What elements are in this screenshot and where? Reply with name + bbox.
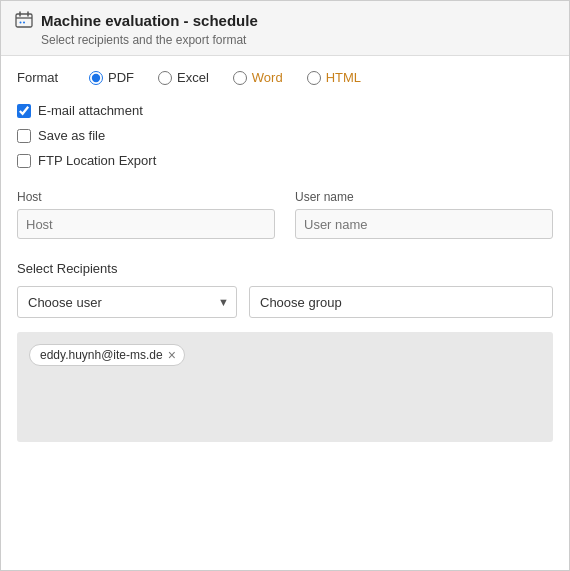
svg-point-4 bbox=[20, 22, 22, 24]
svg-point-5 bbox=[23, 22, 25, 24]
window-subtitle: Select recipients and the export format bbox=[15, 33, 555, 47]
choose-user-wrapper: Choose user ▼ bbox=[17, 286, 237, 318]
recipients-section-label: Select Recipients bbox=[17, 261, 553, 276]
email-tag-address: eddy.huynh@ite-ms.de bbox=[40, 348, 163, 362]
checkbox-ftp-input[interactable] bbox=[17, 154, 31, 168]
radio-pdf-input[interactable] bbox=[89, 71, 103, 85]
radio-pdf[interactable]: PDF bbox=[89, 70, 134, 85]
recipients-row: Choose user ▼ Choose group bbox=[17, 286, 553, 318]
choose-group-label: Choose group bbox=[260, 295, 342, 310]
title-bar: Machine evaluation - schedule Select rec… bbox=[1, 1, 569, 56]
host-label: Host bbox=[17, 190, 275, 204]
username-input[interactable] bbox=[295, 209, 553, 239]
host-input[interactable] bbox=[17, 209, 275, 239]
checkbox-email-label: E-mail attachment bbox=[38, 103, 143, 118]
content-area: Format PDF Excel Word HTML E-mai bbox=[1, 56, 569, 442]
radio-word[interactable]: Word bbox=[233, 70, 283, 85]
choose-user-select[interactable]: Choose user bbox=[17, 286, 237, 318]
window-title: Machine evaluation - schedule bbox=[41, 12, 258, 29]
radio-html[interactable]: HTML bbox=[307, 70, 361, 85]
checkbox-email[interactable]: E-mail attachment bbox=[17, 103, 553, 118]
radio-excel-input[interactable] bbox=[158, 71, 172, 85]
email-tags-area: eddy.huynh@ite-ms.de × bbox=[17, 332, 553, 442]
svg-rect-0 bbox=[16, 14, 32, 27]
radio-excel-label: Excel bbox=[177, 70, 209, 85]
host-user-row: Host User name bbox=[17, 190, 553, 239]
checkbox-savefile-input[interactable] bbox=[17, 129, 31, 143]
format-label: Format bbox=[17, 70, 65, 85]
main-window: Machine evaluation - schedule Select rec… bbox=[0, 0, 570, 571]
recipients-section: Select Recipients Choose user ▼ Choose g… bbox=[17, 261, 553, 318]
radio-html-label: HTML bbox=[326, 70, 361, 85]
radio-word-input[interactable] bbox=[233, 71, 247, 85]
username-field-group: User name bbox=[295, 190, 553, 239]
checkbox-savefile-label: Save as file bbox=[38, 128, 105, 143]
host-field-group: Host bbox=[17, 190, 275, 239]
radio-word-label: Word bbox=[252, 70, 283, 85]
choose-group-button[interactable]: Choose group bbox=[249, 286, 553, 318]
email-tag-close-icon[interactable]: × bbox=[168, 348, 176, 362]
email-tag-0: eddy.huynh@ite-ms.de × bbox=[29, 344, 185, 366]
radio-excel[interactable]: Excel bbox=[158, 70, 209, 85]
checkbox-ftp-label: FTP Location Export bbox=[38, 153, 156, 168]
checkbox-ftp[interactable]: FTP Location Export bbox=[17, 153, 553, 168]
radio-pdf-label: PDF bbox=[108, 70, 134, 85]
radio-html-input[interactable] bbox=[307, 71, 321, 85]
format-row: Format PDF Excel Word HTML bbox=[17, 70, 553, 85]
username-label: User name bbox=[295, 190, 553, 204]
schedule-icon bbox=[15, 11, 33, 29]
checkbox-savefile[interactable]: Save as file bbox=[17, 128, 553, 143]
checkbox-email-input[interactable] bbox=[17, 104, 31, 118]
checkbox-group: E-mail attachment Save as file FTP Locat… bbox=[17, 103, 553, 168]
